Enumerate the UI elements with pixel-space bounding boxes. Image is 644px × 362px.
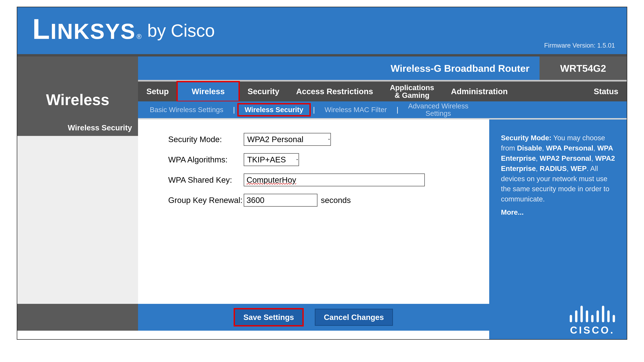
page-title: Wireless: [17, 80, 138, 119]
router-name: Wireless-G Broadband Router: [138, 56, 540, 80]
firmware-version: Firmware Version: 1.5.01: [544, 42, 615, 49]
subtab-basic-wireless[interactable]: Basic Wireless Settings: [143, 104, 230, 116]
footer-actions: Save Settings Cancel Changes: [138, 304, 489, 331]
router-model: WRT54G2: [540, 56, 627, 80]
linksys-logo: LINKSYS®: [32, 17, 142, 44]
cisco-text: CISCO.: [570, 324, 615, 336]
subtab-wireless-mac-filter[interactable]: Wireless MAC Filter: [318, 104, 394, 116]
tab-access-restrictions[interactable]: Access Restrictions: [288, 82, 382, 101]
security-mode-select[interactable]: WPA2 Personal: [244, 133, 331, 146]
by-cisco-text: by Cisco: [147, 21, 215, 41]
sub-tabs: Basic Wireless Settings | Wireless Secur…: [138, 101, 627, 118]
subtab-wireless-security[interactable]: Wireless Security: [238, 104, 310, 116]
side-column: Wireless Security: [17, 119, 138, 304]
help-panel: Security Mode: You may choose from Disab…: [489, 119, 627, 304]
group-key-renewal-label: Group Key Renewal:: [168, 196, 244, 205]
form-area: Security Mode: WPA2 Personal WPA Algorit…: [138, 119, 489, 304]
subtab-advanced-wireless[interactable]: Advanced Wireless Settings: [401, 100, 475, 119]
tab-status[interactable]: Status: [585, 82, 627, 101]
wpa-algorithms-label: WPA Algorithms:: [168, 155, 244, 164]
tab-setup[interactable]: Setup: [138, 82, 177, 101]
cisco-bars-icon: [570, 304, 615, 322]
help-more-link[interactable]: More...: [501, 208, 524, 216]
save-settings-button[interactable]: Save Settings: [234, 309, 303, 326]
security-mode-label: Security Mode:: [168, 135, 244, 144]
main-tabs: Setup Wireless Security Access Restricti…: [138, 82, 627, 101]
renewal-unit: seconds: [321, 196, 351, 205]
title-row: Wireless-G Broadband Router WRT54G2: [17, 56, 627, 80]
cancel-changes-button[interactable]: Cancel Changes: [315, 309, 393, 326]
cisco-logo: CISCO.: [570, 304, 615, 336]
wpa-algorithms-select[interactable]: TKIP+AES: [244, 153, 299, 166]
header-band: LINKSYS® by Cisco Firmware Version: 1.5.…: [17, 7, 627, 54]
wpa-shared-key-label: WPA Shared Key:: [168, 175, 244, 185]
help-title: Security Mode:: [501, 134, 552, 142]
wpa-shared-key-input[interactable]: [244, 173, 425, 186]
section-label: Wireless Security: [17, 119, 138, 136]
tab-applications-gaming[interactable]: Applications & Gaming: [382, 82, 442, 101]
tab-administration[interactable]: Administration: [442, 82, 516, 101]
tab-wireless[interactable]: Wireless: [177, 82, 239, 101]
router-admin-panel: LINKSYS® by Cisco Firmware Version: 1.5.…: [17, 7, 627, 340]
group-key-renewal-input[interactable]: [244, 194, 318, 207]
tab-security[interactable]: Security: [239, 82, 288, 101]
